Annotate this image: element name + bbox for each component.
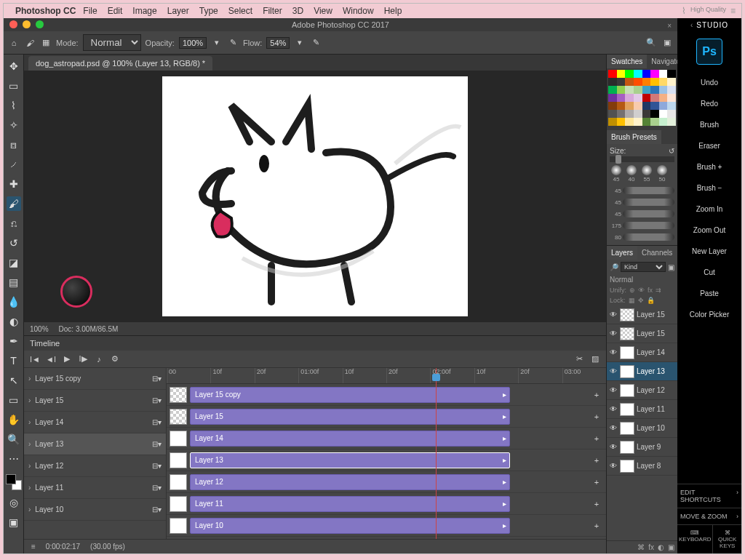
layer-name[interactable]: Layer 12 bbox=[637, 386, 665, 394]
ruler-tick[interactable]: 20f bbox=[255, 368, 298, 383]
layer-row[interactable]: 👁Layer 13 bbox=[607, 362, 677, 381]
track-menu-icon[interactable]: ⊟▾ bbox=[152, 462, 162, 470]
layers-tab[interactable]: Layers bbox=[607, 246, 637, 260]
studio-item-undo[interactable]: Undo bbox=[677, 72, 741, 93]
add-clip-icon[interactable]: + bbox=[590, 391, 603, 399]
magic-wand-tool[interactable]: ✧ bbox=[7, 118, 21, 132]
layer-kind-select[interactable]: Kind bbox=[621, 262, 666, 272]
chevron-right-icon[interactable]: › bbox=[28, 396, 31, 404]
swatch[interactable] bbox=[617, 118, 626, 126]
swatch[interactable] bbox=[608, 102, 617, 110]
clip-thumbnail[interactable] bbox=[170, 431, 187, 447]
layer-thumbnail[interactable] bbox=[620, 460, 634, 473]
size-slider[interactable] bbox=[610, 156, 674, 162]
layer-name[interactable]: Layer 15 bbox=[637, 329, 665, 337]
studio-chevron-icon[interactable]: ‹ bbox=[690, 21, 693, 29]
menu-layer[interactable]: Layer bbox=[167, 6, 189, 16]
layer-blend-mode[interactable]: Normal bbox=[607, 274, 677, 285]
swatch[interactable] bbox=[608, 86, 617, 94]
layer-thumbnail[interactable] bbox=[620, 346, 634, 359]
history-brush-tool[interactable]: ↺ bbox=[7, 236, 21, 250]
swatch[interactable] bbox=[667, 118, 676, 126]
swatch[interactable] bbox=[617, 78, 626, 86]
airbrush-icon[interactable]: ▾ bbox=[294, 37, 306, 49]
go-first-icon[interactable]: I◄ bbox=[30, 355, 40, 364]
menu-edit[interactable]: Edit bbox=[108, 6, 123, 16]
timeline-track[interactable]: ›Layer 10⊟▾ bbox=[24, 499, 166, 521]
window-close-button[interactable] bbox=[9, 20, 17, 28]
settings-icon[interactable]: ⚙ bbox=[110, 354, 120, 364]
layer-row[interactable]: 👁Layer 11 bbox=[607, 400, 677, 419]
swatch[interactable] bbox=[608, 110, 617, 118]
swatch[interactable] bbox=[667, 110, 676, 118]
timeline-tracks[interactable]: ›Layer 15 copy⊟▾›Layer 15⊟▾›Layer 14⊟▾›L… bbox=[24, 368, 167, 539]
ruler-tick[interactable]: 10f bbox=[474, 368, 518, 383]
clip-thumbnail[interactable] bbox=[170, 518, 187, 534]
reset-icon[interactable]: ↺ bbox=[669, 147, 674, 155]
pressure-size-icon[interactable]: ✎ bbox=[310, 37, 322, 49]
blend-mode-select[interactable]: Normal bbox=[83, 34, 141, 51]
swatches-tab[interactable]: Swatches bbox=[607, 55, 647, 68]
brush-presets-tab[interactable]: Brush Presets bbox=[607, 130, 661, 144]
swatch[interactable] bbox=[625, 102, 634, 110]
track-menu-icon[interactable]: ⊟▾ bbox=[152, 484, 162, 492]
eyedropper-tool[interactable]: ⟋ bbox=[7, 157, 21, 172]
brush-preset-icon[interactable]: 🖌 bbox=[24, 37, 36, 49]
timeline-track[interactable]: ›Layer 12⊟▾ bbox=[24, 455, 166, 477]
timeline-tab[interactable]: Timeline bbox=[24, 336, 606, 351]
zoom-readout[interactable]: 100% bbox=[30, 325, 49, 333]
document-tab[interactable]: dog_astropad.psd @ 100% (Layer 13, RGB/8… bbox=[28, 56, 212, 71]
menu-select[interactable]: Select bbox=[228, 6, 252, 16]
clip-thumbnail[interactable] bbox=[170, 496, 187, 512]
timeline-clip[interactable]: Layer 12▸ bbox=[190, 474, 510, 490]
swatch[interactable] bbox=[650, 102, 659, 110]
swatch[interactable] bbox=[659, 78, 668, 86]
swatch[interactable] bbox=[667, 94, 676, 102]
lock-all-icon[interactable]: 🔒 bbox=[647, 297, 655, 304]
swatch[interactable] bbox=[642, 94, 651, 102]
pen-tool[interactable]: ✒ bbox=[7, 334, 21, 348]
track-menu-icon[interactable]: ⊟▾ bbox=[152, 375, 162, 383]
brush-tip[interactable]: 55 bbox=[640, 165, 653, 183]
unify-style-icon[interactable]: fx bbox=[648, 287, 653, 294]
swatch[interactable] bbox=[650, 118, 659, 126]
layer-row[interactable]: 👁Layer 14 bbox=[607, 343, 677, 362]
clip-thumbnail[interactable] bbox=[170, 452, 187, 468]
unify-position-icon[interactable]: ⊕ bbox=[629, 287, 635, 294]
layer-thumbnail[interactable] bbox=[620, 403, 634, 416]
chevron-right-icon[interactable]: › bbox=[28, 418, 31, 426]
swatch[interactable] bbox=[625, 94, 634, 102]
studio-item-paste[interactable]: Paste bbox=[677, 283, 741, 304]
layers-list[interactable]: 👁Layer 15👁Layer 15👁Layer 14👁Layer 13👁Lay… bbox=[607, 305, 677, 540]
timeline-clip[interactable]: Layer 11▸ bbox=[190, 496, 510, 512]
visibility-icon[interactable]: 👁 bbox=[609, 424, 618, 432]
swatch[interactable] bbox=[625, 70, 634, 78]
gradient-tool[interactable]: ▤ bbox=[7, 275, 21, 289]
swatch[interactable] bbox=[617, 70, 626, 78]
visibility-icon[interactable]: 👁 bbox=[609, 443, 618, 451]
edit-toolbar[interactable]: ⋯ bbox=[7, 452, 21, 466]
audio-icon[interactable]: ♪ bbox=[94, 355, 104, 364]
lasso-tool[interactable]: ⌇ bbox=[7, 98, 21, 113]
swatch[interactable] bbox=[642, 86, 651, 94]
timeline-track[interactable]: ›Layer 15⊟▾ bbox=[24, 390, 166, 412]
swatch[interactable] bbox=[608, 70, 617, 78]
swatches-grid[interactable] bbox=[607, 68, 677, 127]
timeline-clip[interactable]: Layer 13▸ bbox=[190, 452, 510, 468]
add-clip-icon[interactable]: + bbox=[590, 434, 603, 443]
timeline-clip[interactable]: Layer 14▸ bbox=[190, 431, 510, 447]
timeline-menu-icon[interactable]: ≡ bbox=[31, 543, 36, 551]
chevron-right-icon[interactable]: › bbox=[28, 440, 31, 448]
layer-row[interactable]: 👁Layer 15 bbox=[607, 324, 677, 343]
studio-item-color-picker[interactable]: Color Picker bbox=[677, 304, 741, 325]
swatch[interactable] bbox=[608, 118, 617, 126]
quickmask-icon[interactable]: ◎ bbox=[7, 495, 21, 510]
layer-name[interactable]: Layer 9 bbox=[637, 443, 661, 451]
swatch[interactable] bbox=[634, 86, 642, 94]
next-frame-icon[interactable]: I▶ bbox=[78, 354, 88, 364]
layer-row[interactable]: 👁Layer 15 bbox=[607, 305, 677, 324]
zoom-tool[interactable]: 🔍 bbox=[7, 432, 21, 447]
studio-item-eraser[interactable]: Eraser bbox=[677, 135, 741, 156]
swatch[interactable] bbox=[667, 86, 676, 94]
layer-row[interactable]: 👁Layer 12 bbox=[607, 381, 677, 400]
